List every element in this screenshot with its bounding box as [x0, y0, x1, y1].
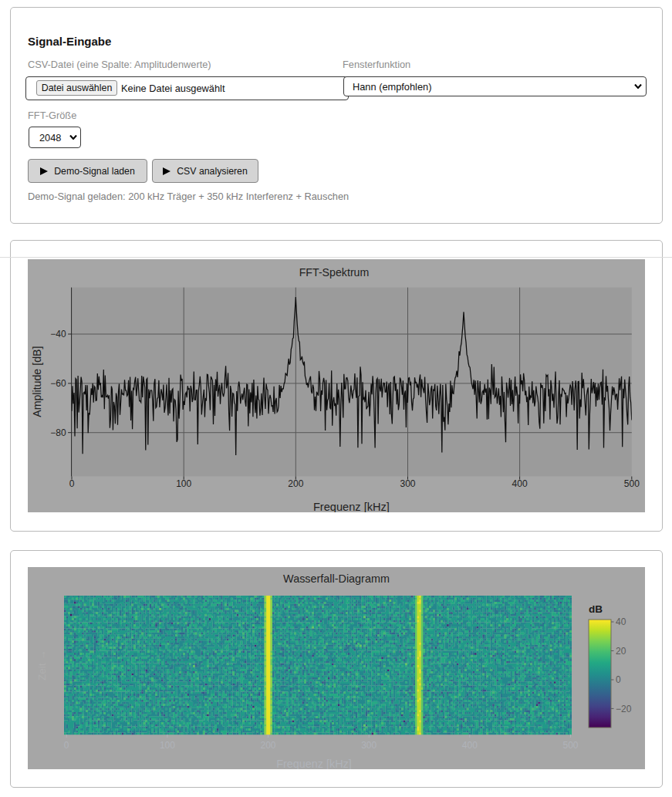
svg-text:100: 100 — [160, 740, 175, 751]
svg-text:0: 0 — [64, 740, 69, 751]
svg-text:20: 20 — [616, 646, 626, 657]
svg-text:0: 0 — [69, 478, 75, 489]
svg-text:300: 300 — [361, 740, 377, 751]
svg-text:−40: −40 — [50, 329, 66, 339]
svg-text:0: 0 — [616, 674, 621, 685]
svg-text:Frequenz [kHz]: Frequenz [kHz] — [276, 758, 352, 770]
svg-text:300: 300 — [400, 478, 415, 489]
svg-text:200: 200 — [260, 740, 275, 751]
svg-text:Wasserfall-Diagramm: Wasserfall-Diagramm — [283, 572, 390, 585]
svg-text:100: 100 — [176, 478, 191, 489]
svg-text:Zeit →: Zeit → — [36, 650, 48, 680]
svg-text:500: 500 — [624, 478, 640, 489]
svg-text:Amplitude [dB]: Amplitude [dB] — [31, 346, 43, 417]
svg-text:Frequenz [kHz]: Frequenz [kHz] — [313, 501, 390, 513]
svg-text:−20: −20 — [616, 704, 632, 714]
svg-text:500: 500 — [562, 740, 578, 751]
svg-text:dB: dB — [589, 603, 603, 615]
svg-text:200: 200 — [288, 478, 303, 489]
svg-text:−80: −80 — [50, 427, 66, 438]
svg-text:FFT-Spektrum: FFT-Spektrum — [299, 266, 370, 279]
svg-text:−60: −60 — [50, 378, 66, 389]
svg-text:400: 400 — [462, 740, 478, 751]
svg-text:400: 400 — [512, 478, 528, 489]
svg-text:40: 40 — [616, 616, 626, 627]
